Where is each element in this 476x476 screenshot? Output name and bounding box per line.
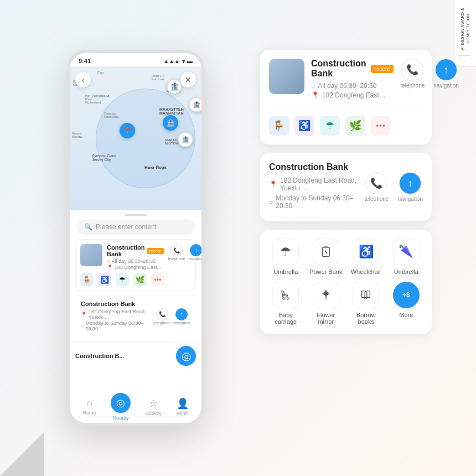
svc-umbrella-icon[interactable]: ☂ — [116, 273, 129, 286]
phone2-nav-label: navigation — [173, 321, 190, 325]
right-svc-chair[interactable]: 🪑 — [269, 116, 289, 136]
pin2-icon: 📍 — [81, 312, 87, 317]
drag-handle[interactable] — [125, 214, 147, 216]
map-marker-user[interactable]: 📍 — [120, 123, 135, 138]
right-telephone-button[interactable]: 📞 telephone — [400, 59, 425, 89]
svc-more-icon[interactable]: ••• — [151, 273, 164, 286]
phone-service-icons: 🪑 ♿ ☂ 🌿 ••• — [80, 271, 191, 286]
map-marker-1[interactable]: 🏦 — [167, 79, 182, 94]
wheelchair-label: Wheelchair — [351, 268, 381, 275]
phone-tel-icon: 📞 — [170, 244, 183, 256]
phone-card2-address: 📍 182 Dongfeng East Road, Yuexlu ... — [81, 309, 153, 320]
flowermirror-icon — [313, 282, 339, 308]
phone-card2-hours: ○ Monday to Sunday 06:30–20:30 — [81, 320, 153, 332]
locate-button[interactable]: ◎ — [176, 346, 196, 366]
right-clock-icon: ○ — [311, 82, 315, 90]
marker-pin-3: 🏦 — [163, 115, 178, 131]
user-location-marker: 📍 — [120, 123, 135, 138]
service-more[interactable]: +8 More — [390, 282, 423, 325]
phone2-telephone-button[interactable]: 📞 telephone — [153, 308, 170, 325]
time-display: 9:41 — [79, 58, 91, 64]
nav-home[interactable]: ⌂ Home — [82, 397, 96, 416]
powerbank-label: Power Bank — [309, 268, 342, 275]
phone-card2-actions: 📞 telephone ↑ navigation — [153, 308, 190, 325]
right-bank-name: Construction Bank — [311, 59, 366, 79]
umbrella1-icon: ☂ — [272, 239, 299, 265]
borrowbooks-label: Borrow books — [349, 312, 383, 325]
nav-activity[interactable]: ☆ Activity — [146, 397, 162, 416]
right-card2-name: Construction Bank — [269, 162, 364, 172]
phone-bank-thumbnail — [80, 244, 102, 266]
service-grid: ☂ Umbrella Power Bank ♿ Wheelchair 🌂 — [269, 239, 423, 325]
nav-nearby[interactable]: ◎ Nearby — [111, 393, 131, 421]
right-bank-card-1: Construction Bank recent ○ All day 06:30… — [260, 50, 432, 144]
card-divider — [269, 108, 423, 109]
right-svc-plant[interactable]: 🌿 — [345, 116, 365, 136]
svc-wheelchair-icon[interactable]: ♿ — [98, 273, 111, 286]
home-icon: ⌂ — [86, 397, 92, 409]
phone-navigation-button[interactable]: ↑ navigation — [187, 244, 205, 261]
map-area: Гар КлифтонClifton Форт ЛиFort Lee ГАРЛЕ… — [70, 66, 201, 210]
phone-card3-info: Construction B... — [75, 353, 125, 359]
service-umbrella1[interactable]: ☂ Umbrella — [269, 239, 303, 275]
service-powerbank[interactable]: Power Bank — [309, 239, 343, 275]
phone-bank-address: 📍 182 Dongfeng East... — [107, 265, 164, 270]
bottom-navigation: ⌂ Home ◎ Nearby ☆ Activity 👤 Mine — [70, 390, 201, 423]
search-icon: 🔍 — [84, 223, 92, 231]
phone-telephone-button[interactable]: 📞 telephone — [168, 244, 185, 261]
phone-mockup: 9:41 ▲▲▲ ▾ ▬ Гар КлифтонClifton Форт ЛиF… — [66, 50, 205, 426]
right-tel-circle: 📞 — [401, 59, 423, 81]
service-umbrella2[interactable]: 🌂 Umbrella — [390, 239, 423, 275]
battery-icon: ▬ — [187, 58, 193, 64]
phone-bank-card-1: Construction Bank recent ○ All day 06:30… — [75, 239, 196, 291]
nav-mine-label: Mine — [177, 411, 188, 416]
nav-activity-label: Activity — [146, 411, 162, 416]
right-navigation-button[interactable]: ↑ navigation — [433, 59, 459, 89]
nav-mine[interactable]: 👤 Mine — [177, 397, 189, 416]
right-pin2-icon: 📍 — [269, 180, 277, 188]
phone-bank-actions: 📞 telephone ↑ navigation — [168, 244, 205, 261]
right-card2-address: 📍 182 Dongfeng East Road, Yuexlu … — [269, 177, 364, 192]
triangle-shape — [0, 432, 44, 476]
map-close-button[interactable]: ✕ — [180, 72, 196, 87]
right2-telephone-button[interactable]: 📞 telephone — [364, 172, 389, 202]
umbrella2-label: Umbrella — [394, 268, 418, 275]
right-svc-umbrella[interactable]: ☂ — [320, 116, 340, 136]
award-chevron-icon — [460, 55, 471, 61]
map-back-button[interactable]: ‹ — [75, 72, 91, 87]
right-svc-more[interactable]: ••• — [371, 116, 391, 136]
service-wheelchair[interactable]: ♿ Wheelchair — [349, 239, 383, 275]
clock2-icon: ○ — [81, 323, 84, 329]
phone-bank-name-row: Construction Bank recent — [107, 244, 164, 257]
map-marker-3[interactable]: 🏦 — [163, 115, 178, 131]
svc-plant-icon[interactable]: 🌿 — [133, 273, 147, 286]
map-marker-2[interactable]: 🏦 — [189, 97, 201, 112]
phone2-tel-label: telephone — [153, 321, 170, 325]
right-nav-label: navigation — [433, 82, 459, 89]
search-bar[interactable]: 🔍 Please enter content — [76, 219, 195, 235]
activity-icon: ☆ — [149, 397, 158, 410]
phone-card-header: Construction Bank recent ○ All day 06:30… — [80, 244, 191, 271]
nearby-icon: ◎ — [116, 397, 125, 409]
svc-chair-icon[interactable]: 🪑 — [80, 273, 94, 286]
award-badge: A' DESIGN AWARD & COMPETITION — [454, 0, 476, 66]
right2-navigation-button[interactable]: ↑ navigation — [397, 172, 423, 202]
right-bank-hours: ○ All day 06:30–20:30 — [311, 82, 394, 90]
phone-tel-label: telephone — [168, 257, 185, 261]
phone-nav-label: navigation — [187, 257, 205, 261]
phone2-navigation-button[interactable]: ↑ navigation — [173, 308, 190, 325]
more-circle-icon: +8 — [393, 282, 420, 308]
bottom-decoration — [0, 432, 44, 476]
map-marker-4[interactable]: 🏦 — [178, 132, 193, 147]
right-svc-wheelchair[interactable]: ♿ — [294, 116, 314, 136]
search-placeholder: Please enter content — [96, 223, 157, 231]
right-card2-row: Construction Bank 📍 182 Dongfeng East Ro… — [269, 162, 423, 212]
phone-bank-card-3: Construction B... ◎ — [70, 341, 201, 370]
phone2-nav-icon: ↑ — [175, 308, 188, 320]
service-borrowbooks[interactable]: Borrow books — [349, 282, 383, 325]
service-flowermirror[interactable]: Flower mirror — [309, 282, 343, 325]
service-babycarriage[interactable]: Baby carriage — [269, 282, 303, 325]
right-bank-name-row: Construction Bank recent — [311, 59, 394, 79]
flowermirror-label: Flower mirror — [309, 312, 343, 325]
phone-bank-card-2: Construction Bank 📍 182 Dongfeng East Ro… — [75, 296, 196, 337]
